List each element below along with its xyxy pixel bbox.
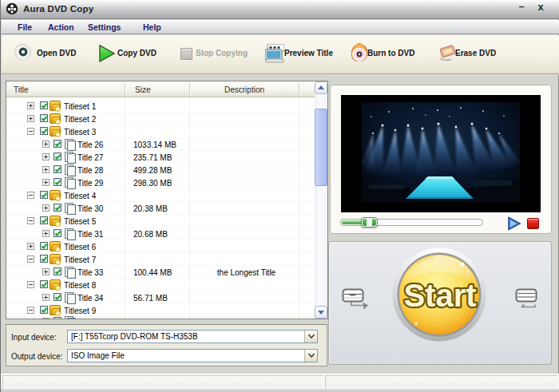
- svg-text:Start: Start: [403, 278, 476, 313]
